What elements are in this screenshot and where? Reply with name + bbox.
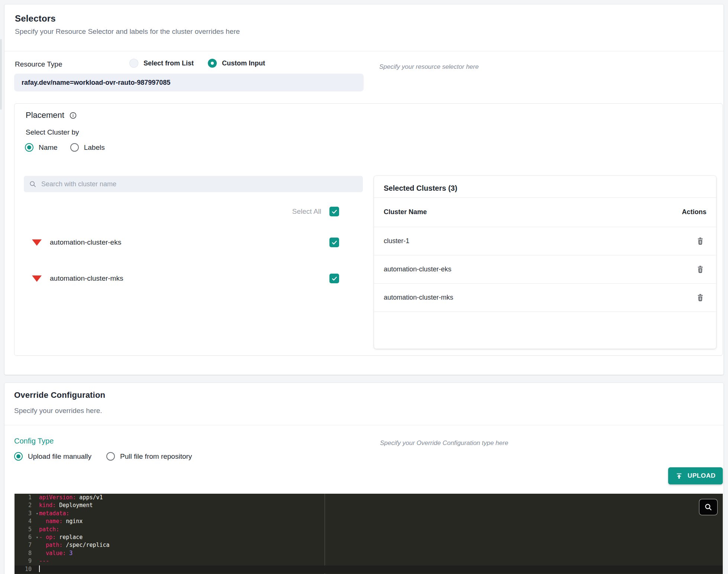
config-type-radio-group: Upload file manually Pull file from repo… bbox=[14, 452, 192, 461]
cluster-status-icon bbox=[32, 239, 42, 246]
override-configuration-card: Override Configuration Specify your over… bbox=[4, 383, 724, 574]
trash-icon bbox=[696, 237, 704, 245]
editor-line[interactable]: 5▾ patch: bbox=[15, 526, 723, 533]
col-cluster-name: Cluster Name bbox=[384, 208, 427, 216]
select-all-label: Select All bbox=[292, 207, 321, 216]
editor-line-active[interactable]: 10▾ bbox=[15, 565, 723, 573]
editor-line[interactable]: 3▾ metadata: bbox=[15, 510, 723, 517]
divider bbox=[4, 51, 724, 51]
table-row: automation-cluster-eks bbox=[374, 255, 716, 284]
search-icon bbox=[29, 180, 37, 188]
cluster-checkbox[interactable] bbox=[329, 238, 339, 247]
selected-clusters-title: Selected Clusters (3) bbox=[384, 184, 457, 193]
radio-circle-icon[interactable] bbox=[14, 452, 23, 461]
radio-name[interactable]: Name bbox=[25, 143, 58, 152]
page: { "colors": { "teal": "#0e9688", "status… bbox=[0, 0, 728, 574]
divider bbox=[4, 425, 724, 425]
radio-custom-input[interactable]: Custom Input bbox=[208, 59, 265, 68]
cluster-row: automation-cluster-mks bbox=[24, 273, 363, 284]
selected-clusters-panel: Selected Clusters (3) Cluster Name Actio… bbox=[374, 176, 716, 349]
radio-select-from-list[interactable]: Select from List bbox=[129, 59, 194, 68]
placement-title: Placement bbox=[26, 110, 64, 120]
cluster-list-column: Select All automation-cluster-eks bbox=[24, 176, 363, 192]
delete-cluster-button[interactable] bbox=[695, 236, 705, 246]
override-subtitle: Specify your overrides here. bbox=[14, 407, 102, 415]
check-icon bbox=[331, 209, 338, 215]
cluster-search-input[interactable] bbox=[41, 180, 358, 188]
editor-line[interactable]: 4▾ name: nginx bbox=[15, 517, 723, 525]
table-header: Cluster Name Actions bbox=[374, 197, 716, 227]
check-icon bbox=[331, 275, 338, 282]
cluster-checkbox[interactable] bbox=[329, 274, 339, 283]
resource-type-radio-group: Select from List Custom Input bbox=[129, 59, 265, 68]
selectors-title: Selectors bbox=[15, 13, 56, 24]
override-title: Override Configuration bbox=[14, 390, 105, 400]
upload-icon bbox=[675, 472, 683, 480]
cluster-row: automation-cluster-eks bbox=[24, 237, 363, 248]
editor-line[interactable]: 6▾ - op: replace bbox=[15, 533, 723, 541]
selectors-subtitle: Specify your Resource Selector and label… bbox=[15, 28, 240, 36]
select-all-checkbox[interactable] bbox=[329, 207, 339, 216]
trash-icon bbox=[696, 265, 704, 274]
radio-circle-icon[interactable] bbox=[129, 59, 138, 68]
magnifier-icon bbox=[704, 503, 713, 512]
radio-labels[interactable]: Labels bbox=[70, 143, 105, 152]
editor-line[interactable]: 9▾ --- bbox=[15, 557, 723, 565]
editor-line[interactable]: 2▾ kind: Deployment bbox=[15, 502, 723, 509]
editor-zoom-button[interactable] bbox=[699, 499, 718, 515]
cluster-search-box[interactable] bbox=[24, 176, 363, 192]
radio-circle-icon[interactable] bbox=[208, 59, 217, 68]
editor-line[interactable]: 1▾ apiVersion: apps/v1 bbox=[15, 494, 723, 502]
resource-selector-input[interactable] bbox=[14, 74, 364, 91]
select-all-row: Select All bbox=[24, 206, 363, 217]
text-cursor bbox=[39, 565, 40, 572]
info-icon[interactable] bbox=[70, 112, 77, 119]
selectors-card: Selectors Specify your Resource Selector… bbox=[4, 4, 724, 375]
col-actions: Actions bbox=[682, 208, 706, 216]
delete-cluster-button[interactable] bbox=[695, 265, 705, 274]
resource-type-label: Resource Type bbox=[15, 60, 62, 68]
radio-circle-icon[interactable] bbox=[70, 143, 79, 152]
table-row: automation-cluster-mks bbox=[374, 284, 716, 312]
page-scrollbar[interactable] bbox=[0, 39, 2, 110]
radio-circle-icon[interactable] bbox=[106, 452, 115, 461]
config-type-label: Config Type bbox=[14, 437, 54, 445]
table-row: cluster-1 bbox=[374, 227, 716, 255]
select-by-radio-group: Name Labels bbox=[25, 143, 105, 152]
editor-line[interactable]: 8▾ value: 3 bbox=[15, 549, 723, 557]
yaml-editor[interactable]: 1▾ apiVersion: apps/v1 2▾ kind: Deployme… bbox=[15, 494, 723, 574]
select-cluster-by-label: Select Cluster by bbox=[26, 128, 79, 136]
radio-circle-icon[interactable] bbox=[25, 143, 33, 152]
radio-upload-manually[interactable]: Upload file manually bbox=[14, 452, 91, 461]
upload-button[interactable]: UPLOAD bbox=[668, 467, 723, 484]
config-type-helper: Specify your Override Configuration type… bbox=[380, 439, 508, 447]
fold-arrow-icon: ▾ bbox=[36, 510, 38, 517]
trash-icon bbox=[696, 293, 704, 302]
cluster-status-icon bbox=[32, 275, 42, 282]
fold-arrow-icon: ▾ bbox=[36, 533, 38, 541]
delete-cluster-button[interactable] bbox=[695, 293, 705, 303]
editor-line[interactable]: 7▾ path: /spec/replica bbox=[15, 541, 723, 549]
radio-pull-from-repository[interactable]: Pull file from repository bbox=[106, 452, 192, 461]
resource-selector-helper: Specify your resource selector here bbox=[379, 63, 479, 71]
check-icon bbox=[331, 239, 338, 246]
placement-panel: Placement Select Cluster by Name Labels bbox=[14, 103, 723, 356]
